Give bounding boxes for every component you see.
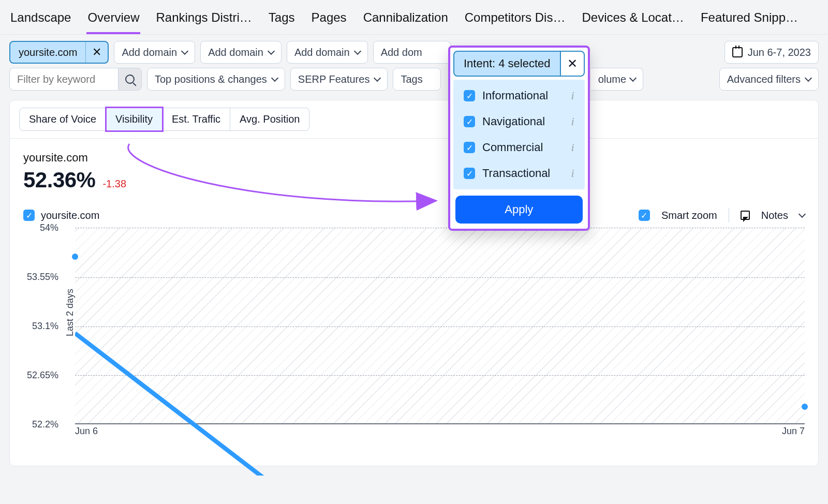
chevron-down-icon: [805, 75, 812, 82]
intent-option-informational[interactable]: ✓ Informational i: [455, 83, 583, 109]
series-line: [75, 228, 805, 476]
intent-option-label: Navigational: [482, 115, 545, 128]
data-point[interactable]: [802, 404, 808, 410]
add-domain-3[interactable]: Add domain: [287, 41, 368, 64]
intent-option-checkbox[interactable]: ✓: [464, 116, 475, 127]
x-axis: Jun 6 Jun 7: [75, 426, 805, 437]
chevron-down-icon: [354, 48, 361, 55]
intent-option-checkbox[interactable]: ✓: [464, 142, 475, 153]
filters-row-1: yoursite.com ✕ Add domain Add domain Add…: [0, 35, 828, 64]
search-icon: [125, 75, 135, 84]
nav-item-tags[interactable]: Tags: [268, 5, 296, 34]
intent-option-transactional[interactable]: ✓ Transactional i: [455, 160, 583, 186]
add-domain-label: Add domain: [294, 47, 350, 58]
top-nav: Landscape Overview Rankings Distri… Tags…: [0, 0, 828, 35]
chevron-down-icon: [181, 48, 188, 55]
calendar-icon: [732, 47, 743, 57]
metric-row: yoursite.com 52.36% -1.38: [10, 138, 818, 192]
smart-zoom-label: Smart zoom: [661, 210, 717, 221]
legend-series-checkbox[interactable]: ✓: [23, 210, 35, 221]
tab-est-traffic[interactable]: Est. Traffic: [162, 108, 230, 131]
domain-chip-close[interactable]: ✕: [85, 41, 108, 63]
visibility-chart: 54% 53.55% 53.1% 52.65% 52.2% Last 2 day…: [23, 228, 805, 445]
metric-domain: yoursite.com: [23, 151, 805, 165]
chevron-down-icon: [629, 75, 637, 82]
nav-item-pages[interactable]: Pages: [310, 5, 348, 34]
notes-label[interactable]: Notes: [761, 210, 788, 221]
filter-serp-features[interactable]: SERP Features: [290, 68, 388, 91]
data-point[interactable]: [72, 254, 78, 260]
intent-option-label: Commercial: [482, 141, 543, 154]
keyword-filter-input[interactable]: [9, 68, 118, 91]
domain-chip-label: yoursite.com: [10, 42, 85, 63]
intent-option-navigational[interactable]: ✓ Navigational i: [455, 109, 583, 135]
add-domain-label-trunc: Add dom: [381, 47, 422, 58]
info-icon[interactable]: i: [571, 141, 574, 154]
filter-top-positions[interactable]: Top positions & changes: [147, 68, 285, 91]
plot-area: [75, 228, 805, 424]
intent-option-label: Informational: [482, 89, 548, 102]
info-icon[interactable]: i: [571, 115, 574, 128]
domain-chip[interactable]: yoursite.com ✕: [9, 41, 109, 64]
metric-value: 52.36%: [23, 168, 95, 192]
nav-item-overview[interactable]: Overview: [86, 5, 140, 34]
visibility-card: Share of Voice Visibility Est. Traffic A…: [9, 100, 819, 466]
add-domain-4[interactable]: Add dom: [373, 41, 451, 64]
filter-serp-features-label: SERP Features: [298, 73, 370, 85]
tab-share-of-voice[interactable]: Share of Voice: [19, 108, 106, 131]
legend-row: ✓ yoursite.com ✓ Smart zoom Notes: [10, 192, 818, 223]
y-axis-title: Last 2 days: [65, 289, 76, 336]
x-tick: Jun 7: [782, 426, 805, 437]
intent-apply-button[interactable]: Apply: [455, 196, 583, 224]
add-domain-2[interactable]: Add domain: [200, 41, 282, 64]
nav-item-cannibalization[interactable]: Cannibalization: [362, 5, 449, 34]
nav-item-competitors-discovery[interactable]: Competitors Dis…: [464, 5, 567, 34]
intent-filter-popover: Intent: 4 selected ✕ ✓ Informational i ✓…: [448, 46, 590, 231]
x-tick: Jun 6: [75, 426, 98, 437]
intent-option-checkbox[interactable]: ✓: [464, 168, 475, 179]
intent-option-commercial[interactable]: ✓ Commercial i: [455, 135, 583, 160]
filter-volume-label: olume: [598, 73, 626, 85]
intent-popover-header: Intent: 4 selected ✕: [453, 51, 585, 77]
smart-zoom-checkbox[interactable]: ✓: [639, 210, 650, 221]
nav-item-landscape[interactable]: Landscape: [9, 5, 72, 34]
y-axis: 54% 53.55% 53.1% 52.65% 52.2%: [23, 228, 63, 424]
divider: [729, 208, 729, 223]
intent-option-label: Transactional: [482, 167, 550, 180]
intent-options: ✓ Informational i ✓ Navigational i ✓ Com…: [453, 80, 585, 189]
intent-filter-clear[interactable]: ✕: [561, 51, 585, 77]
filter-tags[interactable]: Tags: [393, 68, 440, 91]
notes-icon: [741, 211, 750, 220]
filter-tags-label: Tags: [401, 73, 422, 85]
keyword-filter-search-button[interactable]: [118, 68, 142, 91]
filter-advanced-label: Advanced filters: [727, 73, 801, 85]
nav-item-rankings-distribution[interactable]: Rankings Distri…: [155, 5, 253, 34]
date-range-picker[interactable]: Jun 6-7, 2023: [724, 41, 819, 64]
chevron-down-icon: [271, 75, 278, 82]
tab-visibility[interactable]: Visibility: [106, 108, 162, 131]
add-domain-1[interactable]: Add domain: [114, 41, 195, 64]
filter-advanced[interactable]: Advanced filters: [719, 68, 819, 91]
keyword-filter-group: [9, 68, 142, 91]
filters-row-2: Top positions & changes SERP Features Ta…: [0, 64, 828, 93]
intent-filter-chip[interactable]: Intent: 4 selected: [453, 51, 561, 77]
add-domain-label: Add domain: [208, 47, 263, 58]
info-icon[interactable]: i: [571, 89, 574, 102]
info-icon[interactable]: i: [571, 167, 574, 180]
view-tabs: Share of Voice Visibility Est. Traffic A…: [10, 100, 818, 131]
legend-series-label: yoursite.com: [41, 210, 99, 221]
filter-volume-truncated[interactable]: olume: [591, 68, 643, 91]
svg-line-0: [75, 333, 805, 476]
chevron-down-icon: [374, 75, 381, 82]
tab-avg-position[interactable]: Avg. Position: [230, 108, 309, 131]
nav-item-devices-locations[interactable]: Devices & Locat…: [581, 5, 685, 34]
add-domain-label: Add domain: [122, 47, 177, 58]
date-range-label: Jun 6-7, 2023: [748, 47, 811, 58]
chevron-down-icon: [268, 48, 275, 55]
chevron-down-icon: [799, 211, 806, 218]
filter-top-positions-label: Top positions & changes: [155, 73, 267, 85]
intent-option-checkbox[interactable]: ✓: [464, 90, 475, 101]
nav-item-featured-snippets[interactable]: Featured Snipp…: [700, 5, 799, 34]
metric-delta: -1.38: [102, 178, 126, 190]
metric-value-row: 52.36% -1.38: [23, 168, 805, 192]
